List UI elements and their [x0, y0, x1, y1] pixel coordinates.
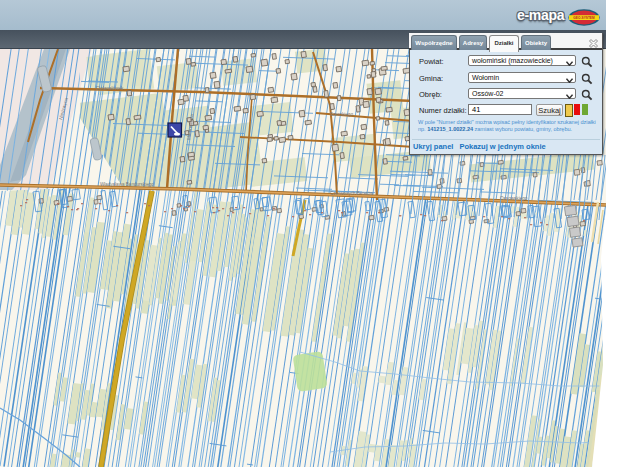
svg-text:Czerwonych Beretów: Czerwonych Beretów: [330, 191, 374, 196]
svg-text:Władysława Bandurskiego: Władysława Bandurskiego: [100, 182, 154, 187]
svg-text:Ciołanałówek: Ciołanałówek: [96, 86, 124, 91]
svg-text:GEO-SYSTEM: GEO-SYSTEM: [573, 16, 595, 20]
svg-text:Szerokiego: Szerokiego: [330, 112, 353, 117]
svg-text:Ossowskiego: Ossowskiego: [500, 196, 528, 201]
